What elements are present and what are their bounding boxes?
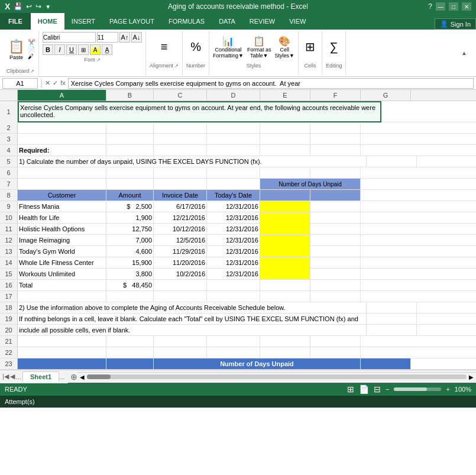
cell-b11[interactable]: Holistic Health Options xyxy=(18,224,106,234)
cell-b5[interactable]: 1) Calculate the number of days unpaid, … xyxy=(18,156,367,167)
scroll-right-icon[interactable]: ▶ xyxy=(469,374,474,380)
col-header-f[interactable]: F xyxy=(310,90,361,101)
collapse-ribbon-button[interactable]: ▲ xyxy=(459,49,469,58)
tab-insert[interactable]: INSERT xyxy=(64,13,102,30)
page-layout-icon[interactable]: 📄 xyxy=(359,384,369,394)
cell-e22[interactable] xyxy=(207,347,260,358)
row-header-14[interactable]: 14 xyxy=(0,257,18,268)
quick-access-undo[interactable]: ↩ xyxy=(26,2,32,11)
row-header-23[interactable]: 23 xyxy=(0,358,18,369)
cell-g13[interactable] xyxy=(310,246,361,257)
cell-c9[interactable]: $ 2,500 xyxy=(106,201,154,212)
row-header-15[interactable]: 15 xyxy=(0,269,18,279)
border-button[interactable]: ⊞ xyxy=(78,44,89,55)
tab-view[interactable]: VIEW xyxy=(282,13,313,30)
font-name-input[interactable] xyxy=(43,32,96,43)
row-header-3[interactable]: 3 xyxy=(0,134,18,144)
cell-b10[interactable]: Health for Life xyxy=(18,212,106,223)
cell-d23-merged[interactable]: Number of Days Unpaid xyxy=(154,358,361,369)
name-box[interactable] xyxy=(2,78,38,89)
decrease-font-button[interactable]: A↓ xyxy=(131,32,142,43)
cell-d9[interactable]: 6/17/2016 xyxy=(154,201,207,212)
cell-g6[interactable] xyxy=(310,167,361,178)
row-header-19[interactable]: 19 xyxy=(0,314,18,324)
cell-c16[interactable]: $ 48,450 xyxy=(106,280,154,290)
cell-e16[interactable] xyxy=(207,280,260,290)
cell-g4[interactable] xyxy=(310,145,361,156)
cell-e3[interactable] xyxy=(207,134,260,144)
cell-c21[interactable] xyxy=(106,336,154,347)
cell-c10[interactable]: 1,900 xyxy=(106,212,154,223)
cell-g11[interactable] xyxy=(310,224,361,234)
underline-button[interactable]: U xyxy=(66,44,77,55)
cell-f15[interactable] xyxy=(260,269,310,279)
cell-c12[interactable]: 7,000 xyxy=(106,235,154,245)
cell-b14[interactable]: Whole Life Fitness Center xyxy=(18,257,106,268)
tab-formulas[interactable]: FORMULAS xyxy=(161,13,212,30)
horizontal-scrollbar[interactable]: ◀ ▶ xyxy=(77,372,476,381)
tab-nav-first[interactable]: |◀ xyxy=(2,373,9,380)
cell-c17[interactable] xyxy=(106,291,154,302)
clipboard-expand-icon[interactable]: ↗ xyxy=(30,69,34,74)
format-painter-button[interactable]: 🖌 xyxy=(28,53,35,60)
cell-e4[interactable] xyxy=(207,145,260,156)
cell-e15[interactable]: 12/31/2016 xyxy=(207,269,260,279)
cell-g14[interactable] xyxy=(310,257,361,268)
cell-f3[interactable] xyxy=(260,134,310,144)
paste-button[interactable]: 📋 Paste xyxy=(6,38,27,62)
cell-d10[interactable]: 12/21/2016 xyxy=(154,212,207,223)
tab-nav-dots[interactable]: ... xyxy=(16,373,21,380)
cell-f14[interactable] xyxy=(260,257,310,268)
italic-button[interactable]: I xyxy=(54,44,65,55)
cell-g15[interactable] xyxy=(310,269,361,279)
row-header-16[interactable]: 16 xyxy=(0,280,18,290)
cell-g3[interactable] xyxy=(310,134,361,144)
cell-b21[interactable] xyxy=(18,336,106,347)
cell-b4[interactable]: Required: xyxy=(18,145,106,156)
cell-f11[interactable] xyxy=(260,224,310,234)
cell-e6[interactable] xyxy=(207,167,260,178)
cell-c6[interactable] xyxy=(106,167,154,178)
cell-f22[interactable] xyxy=(260,347,310,358)
col-header-b[interactable]: B xyxy=(106,90,154,101)
cell-b13[interactable]: Today's Gym World xyxy=(18,246,106,257)
row-header-6[interactable]: 6 xyxy=(0,167,18,178)
alignment-expand-icon[interactable]: ↗ xyxy=(174,63,179,69)
cell-c14[interactable]: 15,900 xyxy=(106,257,154,268)
insert-function-icon[interactable]: fx xyxy=(60,79,66,87)
cell-d7[interactable] xyxy=(154,179,207,189)
copy-button[interactable]: 📄 xyxy=(28,46,35,53)
tab-review[interactable]: REVIEW xyxy=(242,13,282,30)
cell-c11[interactable]: 12,750 xyxy=(106,224,154,234)
cell-b20[interactable]: include all possible cells, even if blan… xyxy=(18,325,367,335)
cell-g23[interactable] xyxy=(361,358,411,369)
cell-b22[interactable] xyxy=(18,347,106,358)
cell-g8[interactable] xyxy=(310,190,361,201)
col-header-d[interactable]: D xyxy=(207,90,260,101)
conditional-formatting-button[interactable]: 📊 Conditional Formatting▼ xyxy=(213,35,244,59)
formula-input[interactable] xyxy=(68,78,474,89)
increase-font-button[interactable]: A↑ xyxy=(119,32,130,43)
col-header-e[interactable]: E xyxy=(260,90,310,101)
cell-e8[interactable]: Today's Date xyxy=(207,190,260,201)
cell-d12[interactable]: 12/5/2016 xyxy=(154,235,207,245)
cell-styles-button[interactable]: 🎨 Cell Styles▼ xyxy=(274,35,294,59)
cell-c23[interactable] xyxy=(106,358,154,369)
cell-c13[interactable]: 4,600 xyxy=(106,246,154,257)
cell-e10[interactable]: 12/31/2016 xyxy=(207,212,260,223)
add-sheet-button[interactable]: ⊕ xyxy=(70,372,77,382)
cell-e9[interactable]: 12/31/2016 xyxy=(207,201,260,212)
cell-b23[interactable] xyxy=(18,358,106,369)
cell-e13[interactable]: 12/31/2016 xyxy=(207,246,260,257)
cell-e2[interactable] xyxy=(207,122,260,133)
scroll-track[interactable] xyxy=(87,374,467,379)
cell-fg7-merged[interactable]: Number of Days Unpaid xyxy=(260,179,361,189)
row-header-1[interactable]: 1 xyxy=(0,101,18,122)
cell-b3[interactable] xyxy=(18,134,106,144)
cell-f12[interactable] xyxy=(260,235,310,245)
col-header-a[interactable]: A xyxy=(18,90,106,101)
cell-g21[interactable] xyxy=(310,336,361,347)
bold-button[interactable]: B xyxy=(43,44,53,55)
cell-d3[interactable] xyxy=(154,134,207,144)
cell-b12[interactable]: Image Reimaging xyxy=(18,235,106,245)
